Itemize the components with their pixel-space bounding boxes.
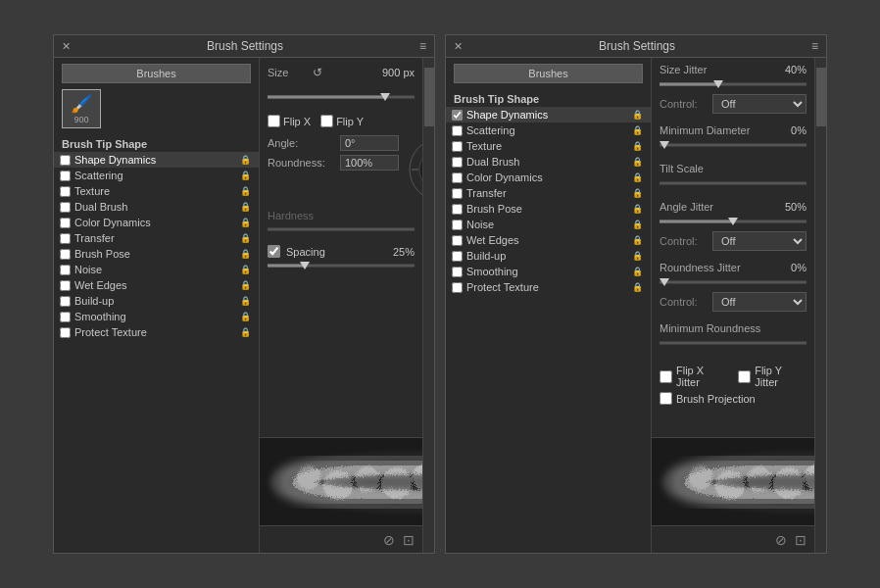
spacing-slider-thumb[interactable] (300, 262, 310, 270)
right-wet-edges-checkbox[interactable] (452, 235, 463, 246)
size-jitter-thumb[interactable] (713, 80, 723, 88)
close-icon[interactable]: ✕ (62, 40, 71, 53)
sidebar-item-texture[interactable]: Texture 🔒 (54, 183, 259, 199)
hardness-slider[interactable] (268, 221, 415, 237)
sidebar-item-smoothing[interactable]: Smoothing 🔒 (54, 309, 259, 324)
right-sidebar-item-shape-dynamics[interactable]: Shape Dynamics 🔒 (446, 107, 651, 122)
right-scattering-checkbox[interactable] (452, 125, 463, 136)
right-new-brush-icon[interactable]: ⊡ (795, 532, 807, 548)
sidebar-item-buildup[interactable]: Build-up 🔒 (54, 293, 259, 309)
roundness-jitter-control-select[interactable]: Off (712, 292, 807, 312)
refresh-icon[interactable]: ↺ (313, 66, 322, 79)
brush-tip-shape-label[interactable]: Brush Tip Shape (54, 134, 259, 152)
lock-icon: 🔒 (240, 155, 251, 165)
right-close-icon[interactable]: ✕ (454, 40, 463, 53)
right-brush-tip-shape-label[interactable]: Brush Tip Shape (446, 89, 651, 107)
protect-texture-checkbox[interactable] (60, 327, 71, 338)
right-smoothing-checkbox[interactable] (452, 267, 463, 277)
shape-dynamics-checkbox[interactable] (60, 155, 71, 166)
right-scrollbar-thumb[interactable] (816, 68, 826, 126)
flip-y-jitter-checkbox[interactable] (738, 370, 751, 383)
min-diameter-slider[interactable] (660, 137, 807, 153)
delete-brush-icon[interactable]: ⊘ (383, 532, 395, 548)
sidebar-item-shape-dynamics[interactable]: Shape Dynamics 🔒 (54, 152, 259, 168)
right-buildup-checkbox[interactable] (452, 251, 463, 262)
brushes-button[interactable]: Brushes (62, 64, 251, 83)
spacing-checkbox[interactable] (268, 245, 280, 258)
right-sidebar-item-noise[interactable]: Noise 🔒 (446, 217, 651, 232)
right-sidebar-item-transfer[interactable]: Transfer 🔒 (446, 185, 651, 201)
brush-thumb[interactable]: 🖌️ 900 (62, 89, 101, 128)
flip-y-label[interactable]: Flip Y (320, 115, 364, 127)
sidebar-item-color-dynamics[interactable]: Color Dynamics 🔒 (54, 215, 259, 230)
transfer-checkbox[interactable] (60, 233, 71, 244)
min-roundness-slider[interactable] (660, 335, 807, 351)
flip-y-checkbox[interactable] (320, 115, 333, 127)
right-sidebar-item-protect-texture[interactable]: Protect Texture 🔒 (446, 279, 651, 295)
right-protect-texture-checkbox[interactable] (452, 282, 463, 293)
right-scrollbar[interactable] (814, 58, 826, 553)
color-dynamics-checkbox[interactable] (60, 218, 71, 228)
right-sidebar-item-smoothing[interactable]: Smoothing 🔒 (446, 264, 651, 279)
left-scrollbar-thumb[interactable] (424, 68, 434, 126)
brush-projection-checkbox[interactable] (660, 392, 672, 405)
right-sidebar-item-scattering[interactable]: Scattering 🔒 (446, 122, 651, 138)
smoothing-checkbox[interactable] (60, 312, 71, 322)
sidebar-item-transfer[interactable]: Transfer 🔒 (54, 230, 259, 246)
sidebar-item-brush-pose[interactable]: Brush Pose 🔒 (54, 246, 259, 262)
right-noise-checkbox[interactable] (452, 220, 463, 230)
wet-edges-checkbox[interactable] (60, 280, 71, 291)
roundness-jitter-slider[interactable] (660, 274, 807, 290)
sidebar-item-label: Smoothing (74, 311, 236, 322)
right-sidebar-item-brush-pose[interactable]: Brush Pose 🔒 (446, 201, 651, 217)
sidebar-item-wet-edges[interactable]: Wet Edges 🔒 (54, 277, 259, 293)
tilt-scale-slider[interactable] (660, 175, 807, 191)
right-brushes-button[interactable]: Brushes (454, 64, 643, 83)
flip-x-checkbox[interactable] (268, 115, 280, 127)
dual-brush-checkbox[interactable] (60, 202, 71, 213)
angle-dial-container[interactable] (407, 135, 422, 204)
angle-input[interactable] (340, 135, 399, 151)
spacing-row: Spacing 25% (268, 245, 415, 258)
right-sidebar-item-color-dynamics[interactable]: Color Dynamics 🔒 (446, 170, 651, 185)
sidebar-item-noise[interactable]: Noise 🔒 (54, 262, 259, 277)
right-brush-pose-checkbox[interactable] (452, 204, 463, 215)
flip-x-label[interactable]: Flip X (268, 115, 311, 127)
brush-pose-checkbox[interactable] (60, 249, 71, 260)
sidebar-item-protect-texture[interactable]: Protect Texture 🔒 (54, 324, 259, 340)
right-sidebar-item-buildup[interactable]: Build-up 🔒 (446, 248, 651, 264)
right-sidebar-item-texture[interactable]: Texture 🔒 (446, 138, 651, 154)
size-jitter-slider[interactable] (660, 76, 807, 92)
size-slider[interactable] (268, 89, 415, 105)
scattering-checkbox[interactable] (60, 171, 71, 181)
sidebar-item-dual-brush[interactable]: Dual Brush 🔒 (54, 199, 259, 215)
new-brush-icon[interactable]: ⊡ (403, 532, 415, 548)
texture-checkbox[interactable] (60, 186, 71, 197)
flip-x-jitter-checkbox[interactable] (660, 370, 672, 383)
left-scrollbar[interactable] (422, 58, 434, 553)
right-sidebar-item-wet-edges[interactable]: Wet Edges 🔒 (446, 232, 651, 248)
size-jitter-control-select[interactable]: Off (712, 94, 807, 114)
right-dual-brush-checkbox[interactable] (452, 157, 463, 168)
right-texture-checkbox[interactable] (452, 141, 463, 152)
spacing-section: Spacing 25% (268, 245, 415, 275)
right-sidebar-item-dual-brush[interactable]: Dual Brush 🔒 (446, 154, 651, 170)
right-transfer-checkbox[interactable] (452, 188, 463, 199)
right-menu-icon[interactable]: ≡ (811, 39, 818, 53)
right-delete-brush-icon[interactable]: ⊘ (775, 532, 787, 548)
buildup-checkbox[interactable] (60, 296, 71, 307)
spacing-slider[interactable] (268, 258, 415, 273)
roundness-input[interactable] (340, 155, 399, 171)
menu-icon[interactable]: ≡ (419, 39, 426, 53)
min-diameter-thumb[interactable] (660, 141, 669, 149)
right-color-dynamics-checkbox[interactable] (452, 172, 463, 183)
angle-jitter-slider[interactable] (660, 214, 807, 229)
angle-jitter-thumb[interactable] (728, 218, 738, 225)
sidebar-item-scattering[interactable]: Scattering 🔒 (54, 168, 259, 183)
svg-point-15 (355, 466, 380, 492)
right-shape-dynamics-checkbox[interactable] (452, 110, 463, 121)
roundness-jitter-thumb[interactable] (660, 278, 669, 286)
size-slider-thumb[interactable] (380, 93, 390, 101)
noise-checkbox[interactable] (60, 265, 71, 275)
angle-jitter-control-select[interactable]: Off (712, 231, 807, 251)
